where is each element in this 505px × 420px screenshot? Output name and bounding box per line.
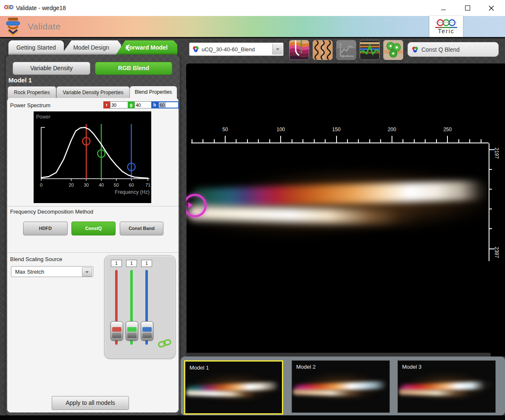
blend-volume-selector[interactable]: uCQ_30-40-60_Blend [189,42,284,56]
tab-rock-properties[interactable]: Rock Properties [8,86,56,99]
minimize-button[interactable] [434,0,453,16]
divider [7,206,179,206]
geoteric-logo: Teric [429,16,463,37]
model-title: Model 1 [8,77,32,84]
svg-text:71: 71 [145,182,150,188]
tab-forward-model-label: Forward Model [126,44,168,51]
power-spectrum-chart[interactable]: Power Frequency (Hz) 0203040506071 [34,111,151,203]
wiggle-traces-icon[interactable] [313,40,333,60]
image-left-edge [186,90,187,357]
app-name: Validate [28,16,60,37]
svg-text:50: 50 [114,182,119,188]
constq-button[interactable]: ConstQ [71,222,116,235]
chart-title: Power [36,114,50,120]
dropdown-arrow-icon[interactable] [82,267,92,277]
link-sliders-icon[interactable] [158,338,172,348]
close-icon [489,5,494,11]
red-channel-badge: r [103,101,110,108]
model-3-label: Model 3 [402,364,421,370]
chart-x-axis-label: Frequency (Hz) [115,189,150,195]
svg-text:30: 30 [84,182,89,188]
blue-frequency-group: b [151,101,179,108]
freq-method-label: Frequency Decomposition Method [10,209,93,215]
apply-to-all-models-button[interactable]: Apply to all models [52,396,129,410]
tab-variable-density-properties[interactable]: Variable Density Properties [56,86,130,99]
power-spectrum-label: Power Spectrum [10,102,50,108]
blue-frequency-input[interactable] [158,101,179,108]
main-area: Getting Started Model Design Forward Mod… [0,37,505,420]
red-gain-value[interactable]: 1 [111,260,122,267]
blue-slider-handle[interactable] [141,321,153,341]
blue-gain-value[interactable]: 1 [141,260,152,267]
title-bar: Validate - wedge18 [0,0,505,16]
app-header: Validate Teric [0,16,505,37]
rgb-wheel-icon [192,46,199,53]
svg-text:40: 40 [99,182,104,188]
divider [7,252,179,253]
blend-scaling-dropdown[interactable]: Max Stretch [11,266,93,277]
rgb-wheel-icon [412,46,418,53]
red-slider-handle[interactable] [110,321,123,341]
model-1-label: Model 1 [189,365,209,371]
maximize-button[interactable] [458,0,477,16]
viewer-x-ruler: 50100150200250 [191,127,489,143]
blend-scaling-value: Max Stretch [15,269,44,275]
viewer-y-axis: 21972397 [489,143,504,261]
chevron-left-icon [125,45,130,51]
model-2-thumbnail[interactable]: Model 2 [292,360,390,413]
model-1-thumbnail[interactable]: Model 1 [184,360,283,415]
tab-getting-started[interactable]: Getting Started [8,40,64,55]
svg-text:60: 60 [129,182,134,188]
hdfd-button[interactable]: HDFD [23,222,68,235]
wavelet-overlay-icon[interactable] [360,40,380,60]
model-settings-panel: Variable Density RGB Blend Model 1 Rock … [6,55,180,415]
const-band-button[interactable]: Const Band [120,222,163,235]
green-gain-value[interactable]: 1 [126,260,137,267]
window-title: Validate - wedge18 [16,0,66,16]
geoteric-rings-icon [434,18,458,29]
blend-properties-card: Power Spectrum r g b Power Frequency [7,98,179,412]
tab-forward-model[interactable]: Forward Model [116,40,177,55]
red-frequency-group: r [103,101,130,108]
rgb-process-icon[interactable] [383,40,403,60]
geo-logo-icon [4,4,13,11]
blend-type-indicator: Const Q Blend [408,42,499,57]
selector-arrow-icon[interactable] [272,44,283,55]
svg-text:20: 20 [68,182,74,188]
blue-channel-badge: b [151,101,158,108]
crossplot-icon[interactable] [336,40,356,60]
rgb-blend-button[interactable]: RGB Blend [95,62,172,75]
green-slider-handle[interactable] [126,321,138,341]
rgb-sliders-panel: 111 [104,255,176,359]
green-frequency-group: g [128,101,155,108]
blend-selector-value: uCQ_30-40-60_Blend [202,46,272,53]
tab-model-design[interactable]: Model Design [61,40,121,55]
app-window: Validate - wedge18 Validate Teric [0,0,505,420]
model-3-thumbnail[interactable]: Model 3 [397,360,496,413]
bottom-bar [0,415,505,420]
variable-density-button[interactable]: Variable Density [13,62,90,75]
tab-blend-properties[interactable]: Blend Properties [130,86,177,98]
model-2-label: Model 2 [296,364,316,370]
close-button[interactable] [481,0,501,16]
models-strip: Model 1 Model 2 Model 3 [181,357,505,415]
green-channel-badge: g [128,101,134,108]
blend-scaling-label: Blend Scaling Source [10,256,62,262]
blend-type-label: Const Q Blend [421,46,460,53]
validate-shield-icon [3,17,23,36]
brand-text: Teric [438,28,455,34]
collapse-bar[interactable] [187,353,491,357]
well-section-icon[interactable] [289,40,309,60]
wedge-blend-view[interactable]: 50100150200250 21972397 [186,63,505,357]
svg-text:0: 0 [40,182,42,188]
red-frequency-input[interactable] [110,101,130,108]
